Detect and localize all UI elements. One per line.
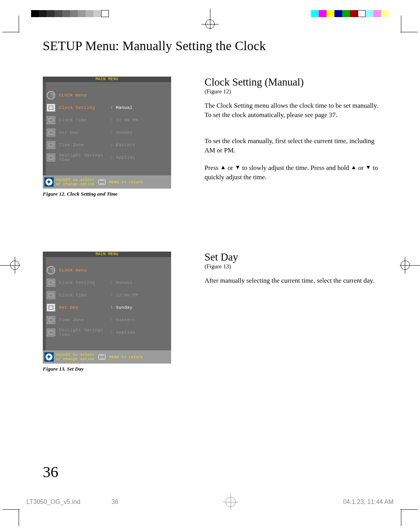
osd-item-value: 12:00 PM <box>110 118 138 122</box>
osd-footer-text: ADJUST to select <box>56 178 94 182</box>
body-text: After manually selecting the current tim… <box>205 276 385 285</box>
up-triangle-icon: ▲ <box>220 164 226 170</box>
section-heading: Set Day <box>205 252 385 262</box>
osd-item-value: Eastern <box>110 143 135 147</box>
menu-item-icon <box>47 129 55 136</box>
osd-item-label: Clock Time <box>59 118 110 122</box>
osd-item-label: Daylight Savings Time <box>59 153 110 162</box>
footer-page-number: 36 <box>111 499 118 506</box>
down-triangle-icon: ▼ <box>235 164 241 170</box>
menu-item-icon <box>47 329 55 336</box>
color-bar-icon <box>311 10 389 17</box>
document-footer: LT3050_OG_v5.ind 36 04.1.23, 11:44 AM <box>26 494 394 510</box>
osd-item-label: CLOCK menu <box>59 93 110 98</box>
osd-main-menu-label: MAIN MENU <box>43 252 171 257</box>
clock-icon <box>47 266 55 275</box>
osd-item-label: Set Day <box>59 130 110 135</box>
clock-icon <box>47 91 55 100</box>
figure-reference: (Figure 12) <box>205 88 385 95</box>
osd-item-value: Sunday <box>110 305 133 310</box>
print-registration-top <box>0 9 420 22</box>
body-text: To set the clock manually, first select … <box>205 136 385 155</box>
menu-item-icon <box>47 141 55 149</box>
osd-footer-text: MENU to return <box>109 355 143 359</box>
figure-reference: (Figure 13) <box>205 263 385 270</box>
osd-item-value: 12:00 PM <box>110 293 138 297</box>
registration-mark-icon <box>223 494 238 510</box>
menu-item-icon <box>47 104 55 112</box>
osd-item-label: Time Zone <box>59 143 110 147</box>
menu-item-icon <box>47 304 55 311</box>
body-text: The Clock Setting menu allows the clock … <box>205 101 385 119</box>
osd-footer-text: ADJUST to select <box>56 353 94 357</box>
osd-footer-text: or change option <box>56 182 94 186</box>
osd-item-value: Manual <box>110 105 133 110</box>
osd-item-label: Daylight Savings Time <box>59 328 110 337</box>
footer-filename: LT3050_OG_v5.ind <box>26 499 80 506</box>
osd-item-value: Applies <box>110 330 135 335</box>
menu-item-icon <box>47 116 55 124</box>
figure-caption: Figure 12. Clock Setting and Time <box>43 191 183 197</box>
osd-footer-text: or change option <box>56 357 94 361</box>
osd-footer-text: MENU to return <box>109 180 143 184</box>
body-text: Press ▲ or ▼ to slowly adjust the time. … <box>205 163 385 182</box>
osd-item-label: Clock Setting <box>59 280 110 285</box>
osd-item-label: Time Zone <box>59 318 110 322</box>
osd-main-menu-label: MAIN MENU <box>43 77 171 82</box>
menu-item-icon <box>47 291 55 299</box>
menu-button-icon <box>98 179 105 185</box>
menu-item-icon <box>47 316 55 324</box>
grayscale-bar-icon <box>31 10 109 17</box>
page-title: SETUP Menu: Manually Setting the Clock <box>43 39 385 53</box>
footer-timestamp: 04.1.23, 11:44 AM <box>343 499 394 506</box>
osd-item-value: Applies <box>110 155 135 160</box>
dpad-icon <box>44 177 54 187</box>
osd-item-label: CLOCK menu <box>59 268 110 273</box>
down-triangle-icon: ▼ <box>365 164 371 170</box>
menu-item-icon <box>47 279 55 287</box>
page-number: 36 <box>43 463 58 481</box>
figure-caption: Figure 13. Set Day <box>43 366 183 372</box>
osd-item-label: Clock Time <box>59 293 110 297</box>
osd-screenshot-fig13: MAIN MENU SETUP MENU CLOCK menu Clock Se… <box>43 252 171 364</box>
osd-item-label: Set Day <box>59 305 110 310</box>
osd-item-value: Manual <box>110 280 133 285</box>
osd-item-label: Clock Setting <box>59 105 110 110</box>
section-heading: Clock Setting (Manual) <box>205 77 385 87</box>
osd-item-value: Sunday <box>110 130 133 135</box>
osd-screenshot-fig12: MAIN MENU SETUP MENU CLOCK menu Clock Se… <box>43 77 171 189</box>
up-triangle-icon: ▲ <box>351 164 357 170</box>
menu-button-icon <box>98 354 105 360</box>
dpad-icon <box>44 352 54 362</box>
osd-item-value: Eastern <box>110 318 135 322</box>
menu-item-icon <box>47 154 55 161</box>
